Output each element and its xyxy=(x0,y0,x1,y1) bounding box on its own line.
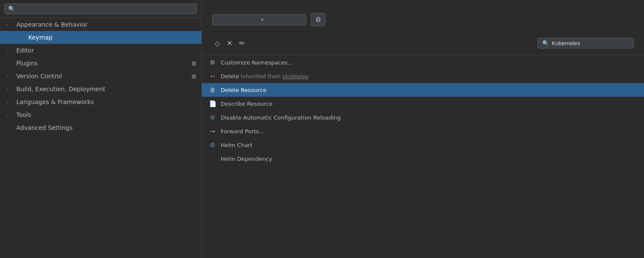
chevron-right-icon: › xyxy=(7,22,13,28)
sidebar-item-label: Advanced Settings xyxy=(16,124,73,131)
keymap-list: ⚙Customize Namespaces...↩Delete inherite… xyxy=(202,55,644,258)
icon-spacer xyxy=(209,155,216,163)
toolbar-search-wrapper[interactable]: 🔍 xyxy=(538,38,634,49)
keymap-search-input[interactable] xyxy=(552,40,629,46)
chevron-right-icon: › xyxy=(7,86,13,92)
action-icon: 🗑 xyxy=(209,86,216,94)
list-item[interactable]: ↩Delete inherited from Undeploy xyxy=(202,69,644,83)
sidebar-item-advanced[interactable]: Advanced Settings xyxy=(0,121,201,134)
search-icon: 🔍 xyxy=(8,6,15,12)
inherited-text: inherited from xyxy=(239,73,283,80)
action-label: Helm Chart xyxy=(221,142,252,148)
action-icon: ⚙ xyxy=(209,141,216,149)
edit-button[interactable]: ✏ xyxy=(237,37,247,49)
action-icon: ⚙ xyxy=(209,58,216,66)
sidebar-nav: ›Appearance & BehaviorKeymap›EditorPlugi… xyxy=(0,18,201,134)
list-item[interactable]: Helm Dependency xyxy=(202,152,644,166)
action-icon: → xyxy=(209,127,216,135)
sidebar-item-tools[interactable]: ›Tools xyxy=(0,108,201,121)
sidebar-search-input[interactable] xyxy=(18,6,193,12)
keymap-dropdown[interactable]: ▾ xyxy=(212,14,307,25)
sidebar-item-build[interactable]: ›Build, Execution, Deployment xyxy=(0,83,201,95)
sidebar-item-badge: ▦ xyxy=(191,73,196,79)
chevron-right-icon: › xyxy=(7,74,13,79)
keymap-controls: ▾ ⚙︎ xyxy=(212,13,634,26)
sidebar-item-appearance[interactable]: ›Appearance & Behavior xyxy=(0,18,201,31)
list-item[interactable]: ⚙Disable Automatic Configuration Reloadi… xyxy=(202,111,644,124)
list-item[interactable]: 🗑Delete Resource xyxy=(202,83,644,97)
sidebar: 🔍 ›Appearance & BehaviorKeymap›EditorPlu… xyxy=(0,0,202,258)
action-icon: ⚙ xyxy=(209,114,216,121)
action-icon: 📄 xyxy=(209,100,216,108)
search-wrapper[interactable]: 🔍 xyxy=(4,3,197,14)
chevron-right-icon: › xyxy=(7,48,13,53)
action-label: Delete inherited from Undeploy xyxy=(221,73,309,80)
sidebar-item-label: Keymap xyxy=(28,34,53,41)
sidebar-item-label: Editor xyxy=(16,47,34,54)
action-label: Forward Ports... xyxy=(221,128,264,135)
sidebar-item-label: Build, Execution, Deployment xyxy=(16,86,105,92)
sidebar-item-plugins[interactable]: Plugins▦ xyxy=(0,57,201,70)
chevron-right-icon: › xyxy=(7,99,13,105)
add-button[interactable]: ◇ xyxy=(212,37,222,49)
toolbar-search-icon: 🔍 xyxy=(542,40,549,46)
toolbar: ◇ ✕ ✏ 🔍 xyxy=(212,35,634,52)
chevron-right-icon: › xyxy=(7,112,13,118)
list-item[interactable]: ⚙Helm Chart xyxy=(202,138,644,152)
sidebar-item-label: Tools xyxy=(16,111,31,118)
main-content: ▾ ⚙︎ ◇ ✕ ✏ 🔍 ⚙Customize Namespaces...↩De… xyxy=(202,0,644,258)
list-item[interactable]: ⚙Customize Namespaces... xyxy=(202,55,644,69)
sidebar-item-editor[interactable]: ›Editor xyxy=(0,44,201,57)
inherited-link[interactable]: Undeploy xyxy=(283,73,309,80)
action-label: Helm Dependency xyxy=(221,156,272,162)
action-label: Disable Automatic Configuration Reloadin… xyxy=(221,114,341,121)
list-item[interactable]: 📄Describe Resource xyxy=(202,97,644,111)
action-icon: ↩ xyxy=(209,72,216,80)
sidebar-item-label: Version Control xyxy=(16,73,62,80)
action-label: Delete Resource xyxy=(221,87,266,93)
action-label: Customize Namespaces... xyxy=(221,59,293,66)
sidebar-item-badge: ▦ xyxy=(191,60,196,66)
list-item[interactable]: →Forward Ports... xyxy=(202,124,644,138)
sidebar-item-label: Appearance & Behavior xyxy=(16,21,88,28)
content-header: ▾ ⚙︎ ◇ ✕ ✏ 🔍 xyxy=(202,0,644,55)
gear-settings-button[interactable]: ⚙︎ xyxy=(311,13,325,26)
remove-button[interactable]: ✕ xyxy=(224,37,235,49)
sidebar-item-version-control[interactable]: ›Version Control▦ xyxy=(0,70,201,83)
chevron-down-icon: ▾ xyxy=(261,17,301,23)
sidebar-item-label: Plugins xyxy=(16,60,38,67)
search-bar: 🔍 xyxy=(0,0,201,18)
sidebar-item-keymap[interactable]: Keymap xyxy=(0,31,201,44)
sidebar-item-languages[interactable]: ›Languages & Frameworks xyxy=(0,95,201,108)
action-label: Describe Resource xyxy=(221,101,273,107)
sidebar-item-label: Languages & Frameworks xyxy=(16,98,94,105)
